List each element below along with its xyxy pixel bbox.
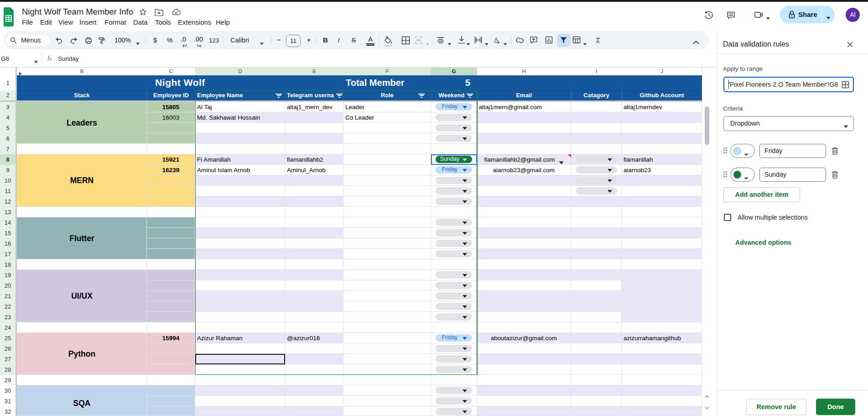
svg-text:A: A xyxy=(494,37,499,43)
